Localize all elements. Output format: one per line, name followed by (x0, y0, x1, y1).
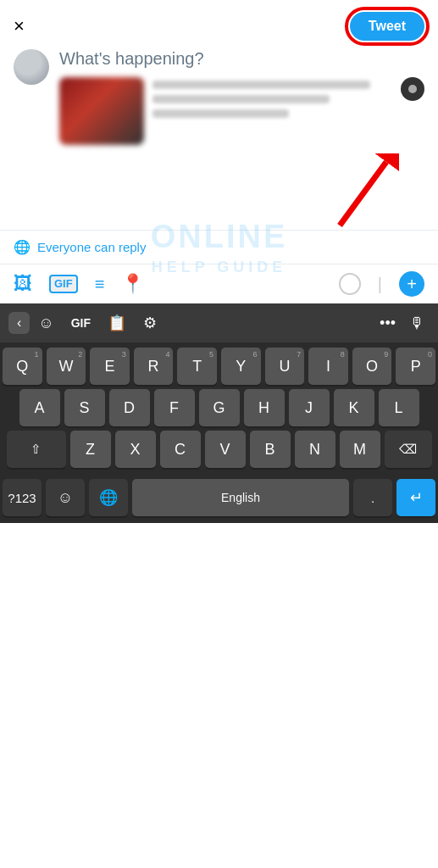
threads-toolbar-icon[interactable]: ≡ (95, 275, 105, 294)
key-rows: Q1 W2 E3 R4 T5 Y6 U7 I8 O9 P0 A S D F G … (0, 342, 438, 476)
key-emoji[interactable]: ☺ (46, 479, 85, 516)
key-row-3: ⇧ Z X C V B N M ⌫ (3, 431, 435, 468)
compose-area-wrapper: What's happening? (0, 49, 438, 303)
link-preview (59, 77, 424, 145)
close-button[interactable]: × (14, 17, 25, 36)
keyboard-more-button[interactable]: ••• (371, 311, 404, 336)
keyboard-toolbar: ‹ ☺ GIF 📋 ⚙ ••• 🎙 (0, 303, 438, 342)
keyboard-bottom-row: ?123 ☺ 🌐 English . ↵ (0, 476, 438, 523)
arrow-annotation (14, 153, 424, 230)
reply-row[interactable]: 🌐 Everyone can reply (0, 230, 438, 264)
image-toolbar-icon[interactable]: 🖼 (14, 273, 32, 295)
compose-text-area[interactable]: What's happening? (59, 49, 424, 145)
tweet-button[interactable]: Tweet (350, 12, 424, 41)
keyboard-back-button[interactable]: ‹ (8, 312, 30, 334)
link-line-3 (152, 109, 289, 118)
key-P[interactable]: P0 (396, 348, 435, 385)
key-D[interactable]: D (109, 389, 150, 426)
key-L[interactable]: L (379, 389, 419, 426)
key-Q[interactable]: Q1 (3, 348, 42, 385)
key-N[interactable]: N (295, 431, 335, 468)
key-row-1: Q1 W2 E3 R4 T5 Y6 U7 I8 O9 P0 (3, 348, 435, 385)
key-space[interactable]: English (132, 479, 349, 516)
key-K[interactable]: K (334, 389, 374, 426)
keyboard-settings-button[interactable]: ⚙ (135, 310, 165, 336)
location-toolbar-icon[interactable]: 📍 (121, 273, 144, 295)
key-period[interactable]: . (353, 479, 392, 516)
key-J[interactable]: J (289, 389, 330, 426)
key-E[interactable]: E3 (90, 348, 130, 385)
link-line-2 (152, 95, 330, 103)
key-X[interactable]: X (115, 431, 156, 468)
key-A[interactable]: A (19, 389, 60, 426)
key-numbers[interactable]: ?123 (3, 479, 42, 516)
keyboard-mic-button[interactable]: 🎙 (404, 311, 430, 336)
link-remove-button[interactable] (401, 77, 424, 101)
key-G[interactable]: G (199, 389, 240, 426)
key-T[interactable]: T5 (177, 348, 217, 385)
key-Y[interactable]: Y6 (221, 348, 261, 385)
link-thumbnail (59, 77, 144, 145)
key-R[interactable]: R4 (134, 348, 174, 385)
keyboard-clipboard-button[interactable]: 📋 (99, 310, 135, 336)
key-F[interactable]: F (154, 389, 195, 426)
compose-toolbar: 🖼 GIF ≡ 📍 | + (0, 264, 438, 303)
svg-line-1 (340, 162, 386, 225)
keyboard: ‹ ☺ GIF 📋 ⚙ ••• 🎙 Q1 W2 E3 R4 T5 Y6 (0, 303, 438, 523)
compose-placeholder: What's happening? (59, 49, 424, 69)
compose-header: × Tweet (0, 0, 438, 49)
gif-toolbar-button[interactable]: GIF (49, 275, 78, 293)
key-enter[interactable]: ↵ (396, 479, 435, 516)
progress-circle (339, 273, 361, 295)
key-B[interactable]: B (250, 431, 291, 468)
key-row-2: A S D F G H J K L (3, 389, 435, 426)
key-H[interactable]: H (244, 389, 285, 426)
key-O[interactable]: O9 (352, 348, 392, 385)
arrow-svg (297, 153, 399, 230)
compose-body: What's happening? (0, 49, 438, 153)
key-shift[interactable]: ⇧ (7, 431, 66, 468)
link-line-1 (152, 81, 370, 89)
globe-icon: 🌐 (14, 239, 30, 255)
avatar (14, 49, 49, 85)
key-I[interactable]: I8 (308, 348, 348, 385)
key-C[interactable]: C (160, 431, 201, 468)
key-S[interactable]: S (64, 389, 105, 426)
key-W[interactable]: W2 (47, 348, 86, 385)
divider-line: | (378, 275, 382, 294)
key-U[interactable]: U7 (265, 348, 305, 385)
add-tweet-button[interactable]: + (399, 271, 424, 297)
keyboard-emoji-button[interactable]: ☺ (30, 311, 62, 336)
link-text-lines (152, 77, 424, 124)
key-Z[interactable]: Z (70, 431, 111, 468)
key-backspace[interactable]: ⌫ (385, 431, 432, 468)
key-V[interactable]: V (205, 431, 246, 468)
key-globe[interactable]: 🌐 (89, 479, 128, 516)
reply-permission-label: Everyone can reply (37, 240, 146, 254)
key-M[interactable]: M (340, 431, 380, 468)
keyboard-gif-button[interactable]: GIF (63, 313, 99, 333)
